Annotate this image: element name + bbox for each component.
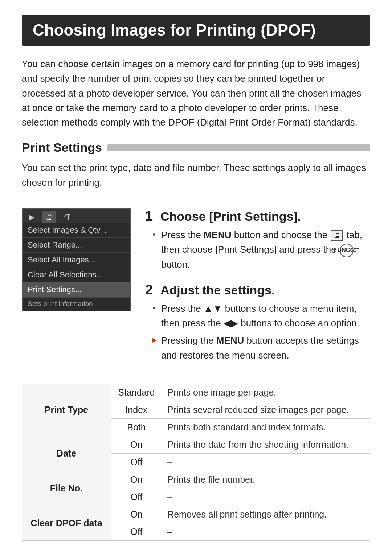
table-row-print-type-standard: Print Type Standard Prints one image per… [22,384,370,401]
table-row-dpof-on: Clear DPOF data On Removes all print set… [22,506,370,523]
section-heading-bar [107,144,370,151]
table-row-fileno-on: File No. On Prints the file number. [22,471,370,488]
print-type-both-option: Both [111,418,162,436]
step-2-bullet-2: ▶ Pressing the MENU button accepts the s… [152,333,370,363]
date-header: Date [22,436,111,471]
steps-container: ▶ 🖨 ᵞT Select Images & Qty... Select Ran… [22,208,370,373]
date-off-desc: – [162,453,370,471]
menu-item-select-range: Select Range... [23,238,130,253]
menu-item-select-images: Select Images & Qty... [23,223,130,238]
print-tab-icon: 🖨 [331,230,343,241]
steps-content: 1 Choose [Print Settings]. ● Press the M… [145,208,370,373]
func-set-btn: FUNCSET [340,244,354,257]
divider [22,200,370,200]
step-2: 2 Adjust the settings. ● Press the ▲▼ bu… [145,282,370,363]
step-2-bullet-2-text: Pressing the MENU button accepts the set… [161,333,370,363]
camera-menu-tabs: ▶ 🖨 ᵞT [23,209,130,223]
menu-item-clear-all: Clear All Selections... [23,267,130,282]
menu-item-print-settings: Print Settings... [23,282,130,297]
dpof-on-desc: Removes all print settings after printin… [162,506,370,523]
bullet-circle-icon: ● [152,230,158,238]
intro-text: You can choose certain images on a memor… [22,57,370,130]
dpof-off-desc: – [162,523,370,540]
camera-tab-playback: ▶ [25,211,38,223]
step-2-bullet-1-text: Press the ▲▼ buttons to choose a menu it… [161,301,370,331]
bullet-triangle-icon: ▶ [152,336,158,345]
step-1-bullets: ● Press the MENU button and choose the 🖨… [145,228,370,272]
camera-tab-settings: ᵞT [60,211,74,223]
fileno-off-desc: – [162,488,370,506]
print-type-index-option: Index [111,401,162,418]
date-on-desc: Prints the date from the shooting inform… [162,436,370,453]
print-type-standard-desc: Prints one image per page. [162,384,370,401]
step-1-bullet-1: ● Press the MENU button and choose the 🖨… [152,228,370,272]
menu-item-select-all: Select All Images... [23,253,130,267]
section-heading: Print Settings [22,140,370,155]
step-1-title: Choose [Print Settings]. [160,209,301,224]
dpof-off-option: Off [111,523,162,540]
step-2-bullets: ● Press the ▲▼ buttons to choose a menu … [145,301,370,363]
section-desc: You can set the print type, date and fil… [22,160,370,190]
print-type-header: Print Type [22,384,111,436]
camera-menu-screenshot: ▶ 🖨 ᵞT Select Images & Qty... Select Ran… [22,208,131,311]
step-2-title: Adjust the settings. [160,283,275,297]
bullet-circle-icon-2: ● [152,304,158,312]
dpof-on-option: On [111,506,162,523]
dpof-header: Clear DPOF data [22,506,111,540]
print-type-standard-option: Standard [111,384,162,401]
fileno-header: File No. [22,471,111,506]
print-type-both-desc: Prints both standard and index formats. [162,418,370,436]
fileno-on-desc: Prints the file number. [162,471,370,488]
settings-table: Print Type Standard Prints one image per… [22,384,370,541]
date-on-option: On [111,436,162,453]
step-2-bullet-1: ● Press the ▲▼ buttons to choose a menu … [152,301,370,331]
step-1: 1 Choose [Print Settings]. ● Press the M… [145,208,370,272]
fileno-on-option: On [111,471,162,488]
step-2-number: 2 [145,282,156,298]
step-1-header: 1 Choose [Print Settings]. [145,208,370,224]
page-title: Choosing Images for Printing (DPOF) [22,15,370,46]
date-off-option: Off [111,453,162,471]
step-1-number: 1 [145,208,156,224]
camera-tab-print: 🖨 [42,211,56,223]
step-1-bullet-1-text: Press the MENU button and choose the 🖨 t… [161,228,370,272]
fileno-off-option: Off [111,488,162,506]
camera-menu-items: Select Images & Qty... Select Range... S… [23,223,130,297]
camera-menu-footer: Sets print information [23,297,130,311]
section-heading-label: Print Settings [22,140,102,155]
table-row-date-on: Date On Prints the date from the shootin… [22,436,370,453]
print-type-index-desc: Prints several reduced size images per p… [162,401,370,418]
step-2-header: 2 Adjust the settings. [145,282,370,298]
